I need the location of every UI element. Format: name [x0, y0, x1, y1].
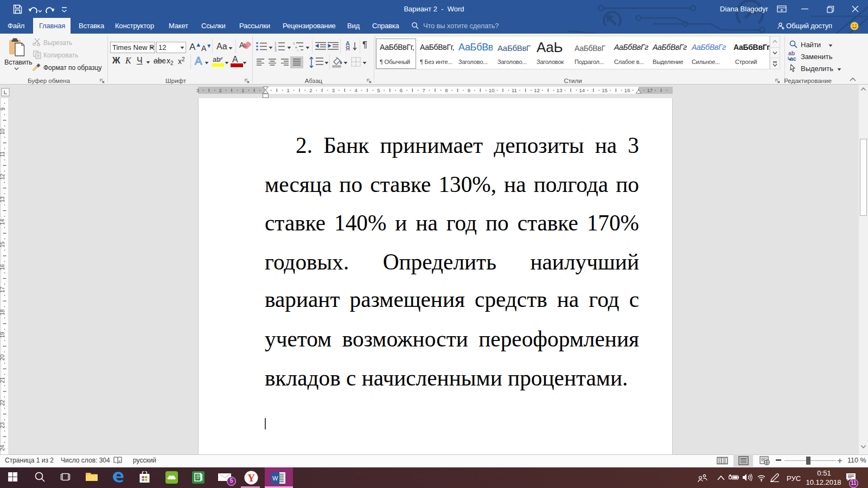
- svg-text:11: 11: [512, 87, 517, 93]
- svg-text:3: 3: [332, 87, 335, 93]
- svg-text:9: 9: [468, 87, 470, 93]
- svg-text:15: 15: [0, 241, 6, 248]
- svg-text:i: i: [297, 49, 298, 52]
- svg-text:4: 4: [355, 87, 358, 93]
- svg-text:24: 24: [0, 445, 6, 451]
- svg-text:17: 17: [647, 87, 653, 93]
- svg-text:3: 3: [196, 87, 199, 93]
- svg-text:16: 16: [624, 87, 630, 93]
- svg-text:1: 1: [293, 42, 295, 45]
- svg-text:14: 14: [0, 219, 6, 225]
- svg-text:11: 11: [0, 151, 6, 157]
- svg-text:8: 8: [445, 87, 448, 93]
- svg-text:12: 12: [534, 87, 540, 93]
- svg-text:14: 14: [579, 87, 585, 93]
- svg-text:2: 2: [219, 87, 222, 93]
- svg-text:16: 16: [0, 264, 6, 271]
- svg-text:6: 6: [400, 87, 403, 93]
- svg-text:23: 23: [0, 422, 6, 428]
- svg-text:17: 17: [0, 286, 6, 293]
- svg-text:2: 2: [309, 87, 312, 93]
- svg-text:Y: Y: [247, 472, 255, 484]
- svg-text:1: 1: [287, 87, 290, 93]
- svg-text:x: x: [119, 459, 121, 463]
- svg-text:19: 19: [0, 332, 6, 338]
- svg-text:5: 5: [377, 87, 380, 93]
- svg-text:13: 13: [0, 196, 6, 203]
- svg-text:13: 13: [557, 87, 563, 93]
- svg-text:7: 7: [423, 87, 425, 93]
- svg-text:3: 3: [275, 48, 277, 52]
- svg-text:W: W: [272, 475, 278, 481]
- svg-text:10: 10: [0, 129, 6, 135]
- svg-text:21: 21: [0, 377, 6, 383]
- svg-text:1: 1: [241, 87, 244, 93]
- svg-text:10: 10: [489, 87, 495, 93]
- svg-text:15: 15: [602, 87, 608, 93]
- svg-text:22: 22: [0, 400, 6, 406]
- svg-text:9: 9: [0, 107, 6, 111]
- svg-text:18: 18: [0, 309, 6, 316]
- svg-text:a: a: [295, 46, 297, 49]
- svg-text:12: 12: [0, 174, 6, 180]
- svg-text:20: 20: [0, 354, 6, 361]
